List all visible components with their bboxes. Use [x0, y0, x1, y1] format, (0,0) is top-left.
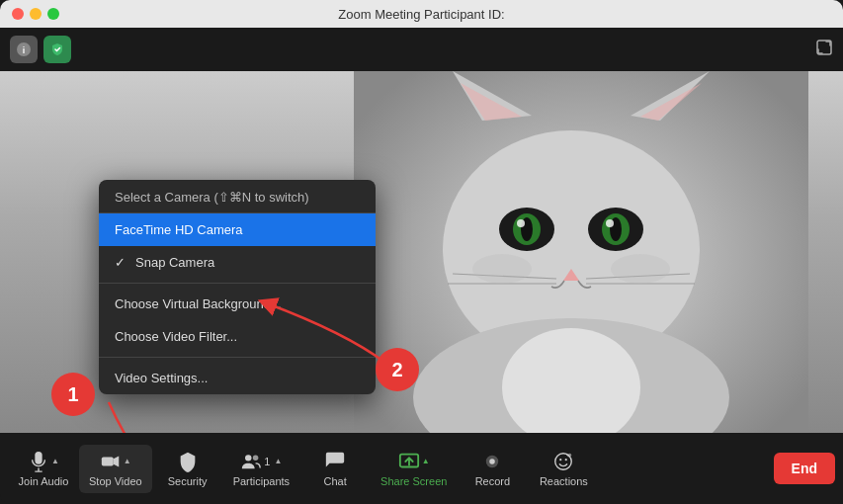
toolbar-share-screen[interactable]: ▲ Share Screen: [371, 445, 457, 493]
reactions-icon: [552, 451, 574, 472]
menu-item-video-filter[interactable]: Choose Video Filter...: [99, 320, 376, 353]
title-bar: Zoom Meeting Participant ID:: [0, 0, 843, 28]
info-button[interactable]: i: [10, 36, 38, 63]
info-icon: i: [17, 42, 31, 56]
toolbar-record[interactable]: Record: [457, 445, 528, 493]
svg-point-28: [253, 455, 259, 461]
security-label: Security: [168, 475, 208, 487]
chat-icon: [324, 451, 346, 472]
menu-item-facetime[interactable]: FaceTime HD Camera: [99, 213, 376, 246]
toolbar-participants[interactable]: 1 ▲ Participants: [223, 445, 299, 493]
annotation-1: 1: [51, 373, 95, 416]
share-screen-caret[interactable]: ▲: [422, 457, 430, 465]
join-audio-label: Join Audio: [19, 475, 69, 487]
end-button[interactable]: End: [774, 453, 835, 484]
toolbar-reactions[interactable]: Reactions: [528, 445, 599, 493]
shield-icon: [50, 42, 64, 56]
security-icon: [177, 451, 199, 472]
window-title: Zoom Meeting Participant ID:: [338, 7, 504, 22]
participants-caret[interactable]: ▲: [274, 457, 282, 465]
svg-point-34: [565, 459, 567, 461]
video-area: Select a Camera (⇧⌘N to switch) FaceTime…: [0, 71, 843, 433]
svg-point-33: [560, 459, 562, 461]
record-icon: [481, 451, 503, 472]
menu-item-snap[interactable]: Snap Camera: [99, 246, 376, 279]
svg-point-31: [490, 459, 496, 464]
share-screen-icon: [398, 451, 420, 472]
minimize-button[interactable]: [30, 8, 42, 20]
cat-image: [354, 71, 808, 433]
svg-text:i: i: [23, 45, 26, 55]
record-label: Record: [475, 475, 510, 487]
zoom-window: Zoom Meeting Participant ID: i: [0, 0, 843, 504]
maximize-button[interactable]: [47, 8, 59, 20]
context-menu-title: Select a Camera (⇧⌘N to switch): [99, 180, 376, 213]
stop-video-label: Stop Video: [89, 475, 142, 487]
join-audio-caret[interactable]: ▲: [51, 457, 59, 465]
toolbar-stop-video[interactable]: ▲ Stop Video: [79, 445, 152, 493]
menu-item-video-settings[interactable]: Video Settings...: [99, 362, 376, 394]
toolbar-join-audio[interactable]: ▲ Join Audio: [8, 445, 79, 493]
svg-point-23: [611, 254, 670, 284]
chat-label: Chat: [323, 475, 346, 487]
toolbar-security[interactable]: Security: [152, 445, 223, 493]
shield-button[interactable]: [43, 36, 71, 63]
traffic-lights: [12, 8, 59, 20]
svg-point-15: [517, 219, 525, 227]
participants-icon: [240, 451, 262, 472]
expand-icon: [815, 39, 833, 56]
share-screen-label: Share Screen: [380, 475, 447, 487]
stop-video-caret[interactable]: ▲: [124, 457, 131, 465]
close-button[interactable]: [12, 8, 24, 20]
toolbar: ▲ Join Audio ▲ Stop Video Security: [0, 433, 843, 504]
svg-rect-2: [817, 41, 831, 54]
svg-point-16: [606, 219, 614, 227]
expand-button[interactable]: [815, 39, 833, 60]
svg-point-22: [472, 254, 532, 284]
camera-context-menu: Select a Camera (⇧⌘N to switch) FaceTime…: [99, 180, 376, 394]
participants-badge: 1: [264, 456, 270, 467]
video-icon: [100, 451, 122, 472]
svg-rect-26: [102, 457, 114, 465]
annotation-2: 2: [376, 348, 419, 391]
svg-point-27: [245, 455, 251, 461]
reactions-label: Reactions: [540, 475, 588, 487]
top-bar: i: [0, 28, 843, 71]
menu-item-virtual-bg[interactable]: Choose Virtual Background...: [99, 288, 376, 320]
svg-point-35: [568, 453, 572, 457]
menu-divider-1: [99, 283, 376, 284]
menu-divider-2: [99, 357, 376, 358]
participants-label: Participants: [233, 475, 290, 487]
toolbar-chat[interactable]: Chat: [299, 445, 371, 493]
mic-icon: [28, 451, 49, 472]
